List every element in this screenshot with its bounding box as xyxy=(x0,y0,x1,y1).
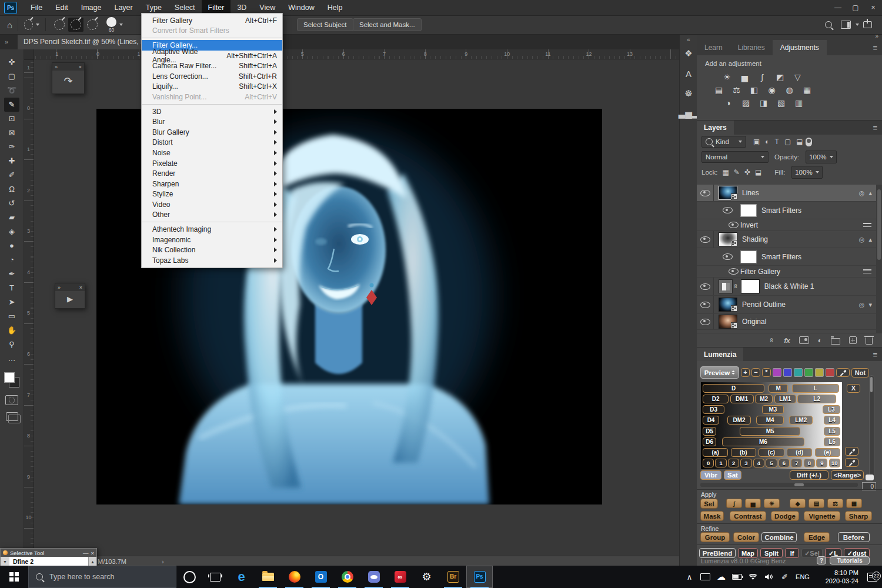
zone-letter-button-a[interactable]: (a) xyxy=(703,448,728,457)
taskbar-creative-cloud[interactable]: ∞ xyxy=(387,566,413,588)
taskbar-firefox[interactable] xyxy=(281,566,308,588)
gradient-map-icon[interactable]: ▥ xyxy=(792,97,806,108)
layers-menu-icon[interactable]: ≡ xyxy=(873,121,882,135)
zone-letter-button-e[interactable]: (e) xyxy=(815,448,840,457)
tutorials-button[interactable]: Tutorials xyxy=(830,556,870,564)
histogram-panel-icon[interactable]: ▃▅▂ xyxy=(680,103,697,123)
fill-field[interactable]: 100% xyxy=(791,166,822,179)
expand-filters-icon[interactable]: ▾ xyxy=(868,301,872,309)
layer-style-icon[interactable]: fx xyxy=(784,337,790,344)
strip-apply-icon[interactable]: ▤ xyxy=(808,499,824,508)
menu-item-3d[interactable]: 3D xyxy=(142,106,282,117)
filter-mask-thumbnail[interactable] xyxy=(740,204,757,217)
layer-filter-dropdown[interactable]: Kind xyxy=(701,136,746,148)
sel-button[interactable]: Sel xyxy=(700,499,718,509)
sharp-button[interactable]: Sharp xyxy=(845,511,872,521)
play-icon[interactable]: ▶ xyxy=(67,295,73,303)
zone-letter-button-b[interactable]: (b) xyxy=(731,448,756,457)
taskbar-outlook[interactable]: O xyxy=(308,566,334,588)
taskbar-discord[interactable] xyxy=(360,566,387,588)
eraser-tool[interactable]: ▰ xyxy=(4,211,19,225)
exposure-icon[interactable]: ◩ xyxy=(773,71,787,82)
eyedropper-button[interactable] xyxy=(836,368,850,377)
wifi-icon[interactable] xyxy=(745,574,761,580)
menu-item-render[interactable]: Render xyxy=(142,168,282,179)
preview-plus-button[interactable]: + xyxy=(741,368,750,377)
eyedropper-a-button[interactable] xyxy=(845,447,858,456)
smart-filter-badge-icon[interactable]: ◎ xyxy=(859,189,865,197)
zone-number-button-10[interactable]: 10 xyxy=(829,459,840,467)
glyphs-panel-icon[interactable]: A xyxy=(680,64,697,83)
visibility-toggle[interactable] xyxy=(697,314,714,329)
visibility-toggle[interactable] xyxy=(719,248,736,265)
saturation-button[interactable]: Sat xyxy=(724,470,741,480)
before-button[interactable]: Before xyxy=(838,532,870,542)
black-white-icon[interactable]: ◧ xyxy=(747,84,761,95)
zone-button-l4[interactable]: L4 xyxy=(824,416,840,425)
search-icon[interactable] xyxy=(825,21,832,28)
select-and-mask-button[interactable]: Select and Mask... xyxy=(353,18,422,31)
mask-button[interactable]: Mask xyxy=(700,511,724,521)
menu-item-topaz-labs[interactable]: Topaz Labs xyxy=(142,255,282,266)
selective-tool-item[interactable]: Dfine 2 xyxy=(9,557,88,566)
zone-button-dm2[interactable]: DM2 xyxy=(727,416,751,425)
zone-number-button-3[interactable]: 3 xyxy=(740,459,751,467)
adjustment-layer-filter-icon[interactable]: ◐ xyxy=(765,138,769,146)
task-view-button[interactable] xyxy=(202,566,228,588)
menu-item-pixelate[interactable]: Pixelate xyxy=(142,158,282,169)
menu-item-nik-collection[interactable]: Nik Collection xyxy=(142,245,282,255)
menu-item-sharpen[interactable]: Sharpen xyxy=(142,179,282,189)
delete-layer-icon[interactable] xyxy=(866,338,873,345)
tab-adjustments[interactable]: Adjustments xyxy=(773,40,827,55)
zone-button-m6[interactable]: M6 xyxy=(722,437,804,446)
collapse-filters-icon[interactable]: ▴ xyxy=(868,236,872,243)
group-button[interactable]: Group xyxy=(700,532,730,542)
eyedropper-tool[interactable]: ✑ xyxy=(4,140,19,154)
levels-apply-icon[interactable]: ▅ xyxy=(745,499,761,508)
link-layers-icon[interactable]: ∞ xyxy=(769,338,776,343)
layer-thumbnail[interactable] xyxy=(719,298,737,312)
home-icon[interactable]: ⌂ xyxy=(7,20,12,30)
pen-icon[interactable]: ✐ xyxy=(777,573,793,582)
zone-number-button-1[interactable]: 1 xyxy=(715,459,726,467)
workspace-switcher-icon[interactable] xyxy=(841,21,851,29)
combine-button[interactable]: Combine xyxy=(761,532,797,542)
new-selection-mode-button[interactable] xyxy=(52,18,67,32)
visibility-toggle[interactable] xyxy=(726,219,740,230)
zone-button-d5[interactable]: D5 xyxy=(703,427,716,436)
eyedropper-number-button[interactable] xyxy=(845,458,858,467)
range-button[interactable]: <Range> xyxy=(831,470,864,480)
visibility-toggle[interactable] xyxy=(719,202,736,219)
clock[interactable]: 8:10 PM 2020-03-24 xyxy=(816,569,858,586)
crop-tool[interactable]: ⊡ xyxy=(4,112,19,126)
taskbar-bridge[interactable]: Br xyxy=(440,566,466,588)
panel-menu-icon[interactable]: ≡ xyxy=(873,40,882,55)
zone-button-m4[interactable]: M4 xyxy=(756,416,784,425)
zone-button-m3[interactable]: M3 xyxy=(762,405,784,414)
close-icon[interactable]: × xyxy=(91,550,94,556)
brush-tool[interactable]: ✐ xyxy=(4,168,19,182)
zone-number-button-4[interactable]: 4 xyxy=(753,459,764,467)
onedrive-icon[interactable]: ☁ xyxy=(713,572,729,582)
subtract-from-selection-mode-button[interactable] xyxy=(85,18,100,32)
visibility-toggle[interactable] xyxy=(726,266,740,277)
close-icon[interactable]: × xyxy=(79,285,82,290)
help-button[interactable]: ? xyxy=(817,556,826,564)
contrast-button[interactable]: Contrast xyxy=(730,511,766,521)
menu-item-noise[interactable]: Noise xyxy=(142,148,282,158)
menu-item-lens-correction[interactable]: Lens Correction...Shift+Ctrl+R xyxy=(142,71,282,82)
status-chevron-icon[interactable]: › xyxy=(162,558,164,565)
shape-layer-filter-icon[interactable]: ▢ xyxy=(784,138,791,146)
zone-button-lm2[interactable]: LM2 xyxy=(789,416,813,425)
color-button[interactable]: Color xyxy=(733,532,759,542)
vibrance-icon[interactable]: ▽ xyxy=(791,71,804,82)
layer-thumbnail[interactable] xyxy=(719,232,737,246)
smart-filter-badge-icon[interactable]: ◎ xyxy=(859,301,865,309)
split-button[interactable]: Split xyxy=(760,548,783,558)
more-tools[interactable]: … xyxy=(4,352,19,366)
zone-button-d3[interactable]: D3 xyxy=(703,405,724,414)
menu-file[interactable]: File xyxy=(24,0,49,15)
posterize-icon[interactable]: ▨ xyxy=(739,97,753,108)
cortana-button[interactable] xyxy=(176,566,202,588)
brightness-contrast-icon[interactable]: ☀ xyxy=(720,71,734,82)
